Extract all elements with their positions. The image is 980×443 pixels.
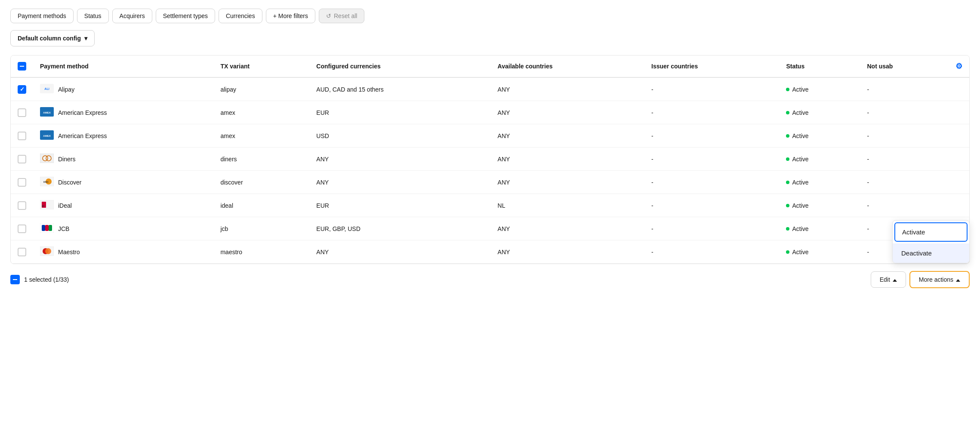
settlement-types-label: Settlement types: [163, 12, 208, 19]
row-tx-variant: amex: [213, 101, 309, 124]
unchecked-checkbox[interactable]: [18, 225, 26, 233]
payment-method-logo: AMEX: [40, 130, 54, 141]
status-label: Active: [792, 156, 808, 163]
table-row: DinersdinersANYANY-Active-: [11, 148, 969, 171]
payment-method-name: Discover: [58, 179, 81, 186]
reset-icon: ↺: [326, 12, 331, 19]
row-checkbox-cell[interactable]: [11, 194, 33, 217]
table-row: iDiDealidealEURNL-Active-: [11, 194, 969, 217]
row-available-countries: ANY: [491, 124, 644, 148]
row-checkbox-cell[interactable]: [11, 217, 33, 240]
status-label: Active: [792, 109, 808, 116]
more-actions-button[interactable]: More actions: [909, 271, 970, 288]
deactivate-dropdown-item[interactable]: Deactivate: [893, 243, 969, 263]
activate-dropdown-item[interactable]: Activate: [894, 222, 968, 242]
status-dot: [786, 250, 789, 254]
col-tx-variant-label: TX variant: [220, 63, 250, 70]
row-payment-method: AMEXAmerican Express: [33, 101, 213, 124]
edit-button[interactable]: Edit: [871, 271, 906, 288]
payment-method-logo: [40, 246, 54, 257]
gear-icon[interactable]: ⚙: [955, 62, 962, 71]
status-filter[interactable]: Status: [77, 9, 109, 23]
status-dot: [786, 204, 789, 207]
settlement-types-filter[interactable]: Settlement types: [156, 9, 215, 23]
checked-checkbox[interactable]: [18, 85, 26, 94]
more-filters-button[interactable]: + More filters: [266, 9, 315, 23]
row-configured-currencies: EUR: [309, 194, 490, 217]
payment-method-logo: ALI: [40, 84, 54, 95]
select-all-checkbox[interactable]: [11, 55, 33, 77]
table-row: MaestromaestroANYANY-Active-: [11, 240, 969, 264]
unchecked-checkbox[interactable]: [18, 201, 26, 210]
row-payment-method: JCB: [33, 217, 213, 240]
svg-text:AMEX: AMEX: [43, 111, 50, 114]
row-payment-method: DISCDiscover: [33, 171, 213, 194]
row-checkbox-cell[interactable]: [11, 171, 33, 194]
selected-minus-badge: [10, 275, 20, 284]
row-issuer-countries: -: [644, 101, 779, 124]
unchecked-checkbox[interactable]: [18, 248, 26, 256]
currencies-filter[interactable]: Currencies: [219, 9, 262, 23]
reset-all-button[interactable]: ↺ Reset all: [319, 9, 364, 23]
row-tx-variant: alipay: [213, 77, 309, 101]
row-gear-cell: [949, 148, 969, 171]
triangle-up-icon: [893, 276, 897, 283]
unchecked-checkbox[interactable]: [18, 132, 26, 140]
selected-count-label: 1 selected (1/33): [24, 276, 69, 283]
col-settings[interactable]: ⚙: [949, 55, 969, 77]
reset-all-label: Reset all: [334, 12, 357, 19]
payment-method-name: iDeal: [58, 202, 72, 209]
unchecked-checkbox[interactable]: [18, 155, 26, 163]
status-dot: [786, 157, 789, 161]
row-gear-cell: [949, 101, 969, 124]
row-available-countries: NL: [491, 194, 644, 217]
svg-text:iD: iD: [42, 205, 45, 207]
col-not-usable: Not usab: [860, 55, 949, 77]
minus-checkbox[interactable]: [18, 62, 26, 71]
payment-method-name: Maestro: [58, 249, 80, 255]
payment-method-name: American Express: [58, 109, 107, 116]
unchecked-checkbox[interactable]: [18, 108, 26, 117]
payment-method-logo: [40, 223, 54, 234]
row-configured-currencies: ANY: [309, 148, 490, 171]
status-label: Status: [84, 12, 102, 19]
payment-method-logo: AMEX: [40, 107, 54, 118]
row-not-usable: -: [860, 194, 949, 217]
row-not-usable: -: [860, 148, 949, 171]
column-config-button[interactable]: Default column config ▾: [10, 30, 95, 46]
more-filters-label: + More filters: [273, 12, 308, 19]
svg-text:ALI: ALI: [44, 87, 49, 90]
more-actions-container: Activate Deactivate More actions: [909, 271, 970, 288]
row-status: Active: [779, 217, 860, 240]
payment-method-name: Alipay: [58, 86, 74, 93]
payment-methods-filter[interactable]: Payment methods: [10, 9, 74, 23]
svg-rect-17: [45, 225, 49, 231]
row-not-usable: -: [860, 101, 949, 124]
row-gear-cell: [949, 194, 969, 217]
row-checkbox-cell[interactable]: [11, 148, 33, 171]
unchecked-checkbox[interactable]: [18, 178, 26, 187]
currencies-label: Currencies: [226, 12, 255, 19]
row-status: Active: [779, 148, 860, 171]
status-label: Active: [792, 132, 808, 139]
col-payment-method-label: Payment method: [40, 63, 89, 70]
status-label: Active: [792, 249, 808, 255]
row-status: Active: [779, 77, 860, 101]
row-checkbox-cell[interactable]: [11, 101, 33, 124]
row-issuer-countries: -: [644, 171, 779, 194]
column-config-label: Default column config: [18, 35, 81, 42]
row-status: Active: [779, 124, 860, 148]
col-issuer-countries-label: Issuer countries: [651, 63, 698, 70]
row-checkbox-cell[interactable]: [11, 124, 33, 148]
payment-methods-table: Payment method TX variant Configured cur…: [10, 55, 970, 264]
column-config-bar: Default column config ▾: [10, 30, 970, 46]
row-checkbox-cell[interactable]: [11, 77, 33, 101]
table-row: ALIAlipayalipayAUD, CAD and 15 othersANY…: [11, 77, 969, 101]
table-header-row: Payment method TX variant Configured cur…: [11, 55, 969, 77]
filter-bar: Payment methods Status Acquirers Settlem…: [10, 9, 970, 23]
acquirers-filter[interactable]: Acquirers: [112, 9, 152, 23]
row-checkbox-cell[interactable]: [11, 240, 33, 264]
row-configured-currencies: EUR, GBP, USD: [309, 217, 490, 240]
row-configured-currencies: AUD, CAD and 15 others: [309, 77, 490, 101]
row-gear-cell: [949, 124, 969, 148]
